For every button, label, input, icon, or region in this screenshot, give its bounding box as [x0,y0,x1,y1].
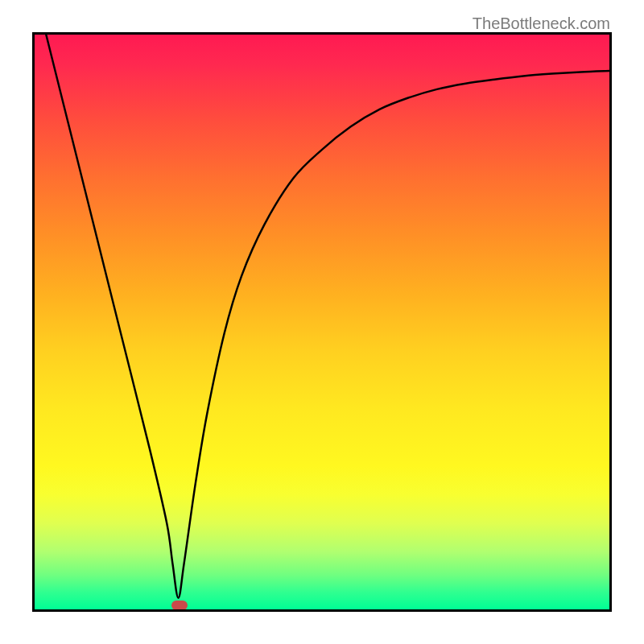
bottleneck-curve [46,35,609,598]
plot-area [32,32,612,612]
watermark-text: TheBottleneck.com [473,14,610,33]
chart-container: TheBottleneck.com [0,0,644,644]
optimum-marker [171,601,188,610]
curve-svg [35,35,609,609]
